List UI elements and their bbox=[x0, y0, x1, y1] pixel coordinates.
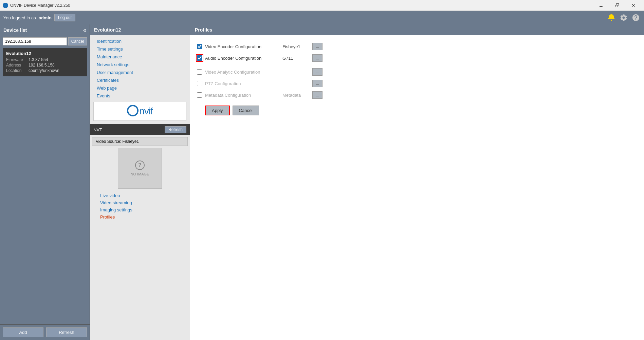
top-bar: You logged in as admin Log out bbox=[0, 11, 644, 24]
address-label: Address bbox=[6, 63, 26, 68]
menu-identification[interactable]: Identification bbox=[90, 37, 190, 45]
minimize-button[interactable]: 🗕 bbox=[593, 0, 609, 11]
menu-user-management[interactable]: User management bbox=[90, 69, 190, 76]
video-encoder-value: Fisheye1 bbox=[282, 44, 310, 49]
device-menu: Identification Time settings Maintenance… bbox=[90, 35, 190, 102]
audio-encoder-value: G711 bbox=[282, 56, 310, 61]
video-analytic-label: Video Analytic Configuration bbox=[205, 70, 280, 75]
add-device-button[interactable]: Add bbox=[3, 327, 43, 337]
apply-cancel-row: Apply Cancel bbox=[197, 102, 637, 119]
firmware-label: Firmware bbox=[6, 57, 26, 62]
source-links: Live video Video streaming Imaging setti… bbox=[90, 191, 190, 222]
metadata-label: Metadata Configuration bbox=[205, 93, 280, 98]
username-text: admin bbox=[39, 15, 52, 20]
menu-certificates[interactable]: Certificates bbox=[90, 76, 190, 84]
device-details-panel: Evolution12 Identification Time settings… bbox=[90, 24, 190, 340]
link-imaging-settings[interactable]: Imaging settings bbox=[100, 206, 180, 213]
refresh-devices-button[interactable]: Refresh bbox=[46, 327, 87, 337]
device-panel-footer: Add Refresh bbox=[0, 324, 90, 340]
app-icon bbox=[3, 3, 8, 8]
profile-row-video-encoder: Video Encoder Configuration Fisheye1 ... bbox=[197, 41, 637, 52]
device-address-row: Address 192.168.5.158 bbox=[6, 63, 84, 68]
menu-events[interactable]: Events bbox=[90, 92, 190, 100]
location-value: country/unknown bbox=[29, 68, 59, 73]
profile-row-video-analytic: Video Analytic Configuration ... bbox=[197, 66, 637, 78]
onvif-logo: nvif bbox=[139, 106, 153, 117]
firmware-value: 1.3.87-554 bbox=[29, 57, 48, 62]
title-bar-text: ONVIF Device Manager v2.2.250 bbox=[10, 3, 593, 8]
metadata-checkbox[interactable] bbox=[197, 92, 202, 98]
device-panel: Device list « Cancel Evolution12 Firmwar… bbox=[0, 24, 90, 340]
search-cancel-button[interactable]: Cancel bbox=[68, 37, 87, 45]
video-source-bar: Video Source: Fisheye1 bbox=[92, 137, 188, 146]
video-encoder-dots-button[interactable]: ... bbox=[312, 43, 323, 50]
profile-row-ptz: PTZ Configuration ... bbox=[197, 78, 637, 89]
video-encoder-label: Video Encoder Configuration bbox=[205, 44, 280, 49]
profile-row-metadata: Metadata Configuration Metadata ... bbox=[197, 89, 637, 101]
location-label: Location bbox=[6, 68, 26, 73]
title-bar: ONVIF Device Manager v2.2.250 🗕 🗗 ✕ bbox=[0, 0, 644, 11]
device-name-header: Evolution12 bbox=[90, 24, 190, 35]
top-bar-right bbox=[607, 13, 641, 22]
device-list-title: Device list bbox=[3, 27, 27, 33]
link-video-streaming[interactable]: Video streaming bbox=[100, 199, 180, 206]
device-item[interactable]: Evolution12 Firmware 1.3.87-554 Address … bbox=[3, 48, 87, 76]
audio-encoder-dots-button[interactable]: ... bbox=[312, 54, 323, 62]
video-analytic-dots-button[interactable]: ... bbox=[312, 68, 323, 76]
metadata-dots-button[interactable]: ... bbox=[312, 91, 323, 99]
cancel-profile-button[interactable]: Cancel bbox=[233, 106, 259, 115]
audio-encoder-label: Audio Encoder Configuration bbox=[205, 56, 280, 61]
help-icon[interactable] bbox=[631, 13, 641, 22]
notification-icon[interactable] bbox=[607, 13, 616, 22]
title-bar-controls: 🗕 🗗 ✕ bbox=[593, 0, 641, 11]
no-image-text: NO IMAGE bbox=[130, 172, 149, 176]
apply-button[interactable]: Apply bbox=[205, 106, 230, 115]
onvif-ring bbox=[127, 105, 139, 116]
collapse-button[interactable]: « bbox=[83, 27, 86, 33]
video-source-label: Video Source: Fisheye1 bbox=[96, 139, 139, 144]
ptz-dots-button[interactable]: ... bbox=[312, 80, 323, 87]
profile-row-audio-encoder: Audio Encoder Configuration G711 ... bbox=[197, 52, 637, 64]
device-search-input[interactable] bbox=[3, 37, 67, 45]
device-location-row: Location country/unknown bbox=[6, 68, 84, 73]
device-panel-header: Device list « bbox=[0, 24, 90, 36]
device-item-name: Evolution12 bbox=[6, 51, 84, 56]
maximize-button[interactable]: 🗗 bbox=[609, 0, 625, 11]
link-live-video[interactable]: Live video bbox=[100, 192, 180, 199]
address-value: 192.168.5.158 bbox=[29, 63, 55, 68]
top-bar-left: You logged in as admin Log out bbox=[3, 14, 75, 21]
menu-time-settings[interactable]: Time settings bbox=[90, 45, 190, 53]
menu-maintenance[interactable]: Maintenance bbox=[90, 53, 190, 61]
device-firmware-row: Firmware 1.3.87-554 bbox=[6, 57, 84, 62]
nvt-refresh-button[interactable]: Refresh bbox=[165, 126, 186, 133]
onvif-logo-area: nvif bbox=[93, 102, 186, 121]
menu-network-settings[interactable]: Network settings bbox=[90, 61, 190, 69]
menu-web-page[interactable]: Web page bbox=[90, 84, 190, 92]
profiles-panel: Profiles Video Encoder Configuration Fis… bbox=[190, 24, 644, 340]
login-text: You logged in as bbox=[3, 15, 36, 20]
profiles-content: Video Encoder Configuration Fisheye1 ...… bbox=[190, 35, 644, 124]
no-image-box: ? NO IMAGE bbox=[118, 148, 162, 189]
ptz-checkbox[interactable] bbox=[197, 81, 202, 86]
video-analytic-checkbox[interactable] bbox=[197, 69, 202, 75]
video-encoder-checkbox[interactable] bbox=[197, 44, 202, 49]
logout-button[interactable]: Log out bbox=[54, 14, 75, 21]
device-search-row: Cancel bbox=[0, 36, 90, 47]
metadata-value: Metadata bbox=[282, 93, 310, 98]
profiles-header: Profiles bbox=[190, 24, 644, 35]
main-layout: Device list « Cancel Evolution12 Firmwar… bbox=[0, 24, 644, 340]
ptz-label: PTZ Configuration bbox=[205, 81, 280, 86]
audio-encoder-checkbox[interactable] bbox=[197, 55, 202, 61]
link-profiles[interactable]: Profiles bbox=[100, 213, 180, 221]
settings-icon[interactable] bbox=[619, 13, 628, 22]
nvt-header: NVT Refresh bbox=[90, 124, 190, 135]
question-icon: ? bbox=[135, 160, 145, 170]
nvt-label: NVT bbox=[93, 127, 102, 132]
close-button[interactable]: ✕ bbox=[626, 0, 641, 11]
